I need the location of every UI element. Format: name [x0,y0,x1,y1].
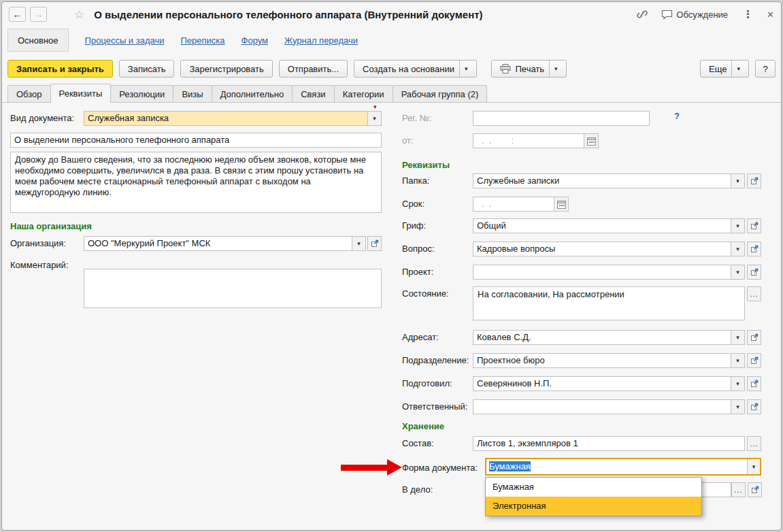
responsible-label: Ответственный: [402,399,467,414]
department-open-button[interactable] [747,353,761,368]
reg-number-field[interactable] [473,111,650,126]
doc-form-combobox[interactable]: Бумажная ▾ [485,458,761,476]
nav-item-correspondence[interactable]: Переписка [181,35,225,46]
composition-choose-button[interactable]: ... [747,436,761,451]
register-label: Зарегистрировать [189,64,263,74]
grif-label: Гриф: [402,218,426,233]
doc-kind-field[interactable]: Служебная записка [84,111,368,126]
register-button[interactable]: Зарегистрировать [180,60,272,78]
addressee-field[interactable]: Ковалев С.Д. [473,330,731,345]
tab-additional-label: Дополнительно [220,89,284,99]
folder-field[interactable]: Служебные записки [473,173,731,188]
tab-working-group-label: Рабочая группа (2) [401,89,479,99]
project-field[interactable] [473,265,731,280]
send-button[interactable]: Отправить... [279,60,348,78]
more-button[interactable]: Еще ▾ [700,60,749,78]
tab-working-group[interactable]: Рабочая группа (2) [393,85,488,102]
state-choose-button[interactable]: ... [747,286,761,301]
organization-field[interactable]: ООО "Меркурий Проект" МСК [84,236,352,251]
folder-dropdown-button[interactable]: ▾ [731,173,745,188]
kebab-menu-icon[interactable]: ⋮ [743,8,753,20]
grif-open-button[interactable] [747,218,761,233]
help-button[interactable]: ? [755,60,776,78]
dropdown-option-electronic[interactable]: Электронная [486,497,701,516]
folder-label: Папка: [402,173,429,188]
responsible-field[interactable] [473,399,731,414]
nav-item-main-label: Основное [18,35,59,46]
save-and-close-button[interactable]: Записать и закрыть [7,60,113,78]
addressee-dropdown-button[interactable]: ▾ [731,330,745,345]
discussion-button[interactable]: Обсуждение [661,10,728,20]
nav-item-main[interactable]: Основное [7,29,69,52]
question-open-button[interactable] [747,242,761,256]
prepared-by-dropdown-button[interactable]: ▾ [731,376,745,391]
organization-open-button[interactable] [367,236,382,251]
section-our-organization: Наша организация [10,221,92,231]
forward-button[interactable]: → [30,7,47,22]
project-dropdown-button[interactable]: ▾ [731,265,745,280]
create-on-basis-button[interactable]: Создать на основании ▾ [354,60,476,78]
chevron-down-icon: ▾ [465,65,468,72]
doc-kind-dropdown-button[interactable]: ▾ [367,111,382,126]
tab-categories[interactable]: Категории [334,85,393,102]
deadline-field[interactable]: . . [473,197,554,212]
responsible-dropdown-button[interactable]: ▾ [731,399,745,414]
project-open-button[interactable] [747,265,761,280]
document-window: ← → ☆ О выделении персонального телефонн… [1,1,782,531]
in-case-choose-button[interactable]: ... [731,482,746,497]
comment-label: Комментарий: [10,258,69,273]
addressee-open-button[interactable] [747,330,761,345]
chevron-down-icon: ▾ [736,178,739,184]
chevron-down-icon: ▾ [736,403,739,410]
department-dropdown-button[interactable]: ▾ [731,353,745,368]
tab-requisites[interactable]: Реквизиты [50,84,112,103]
print-button[interactable]: Печать ▾ [491,60,567,78]
tabs-overflow-chevron[interactable]: ▾ [373,103,377,110]
reg-date-label: от: [402,133,414,148]
composition-field[interactable]: Листов 1, экземпляров 1 [473,436,745,451]
tab-additional[interactable]: Дополнительно [212,85,293,102]
reg-number-help-link[interactable]: ? [674,111,680,121]
in-case-open-button[interactable] [748,482,762,497]
calendar-icon [557,200,566,209]
reg-date-calendar-button[interactable] [584,133,599,148]
comment-textarea[interactable] [84,269,382,308]
grif-field[interactable]: Общий [473,218,731,233]
nav-item-forum[interactable]: Форум [241,35,269,46]
chevron-down-icon: ▾ [736,222,739,229]
state-label: Состояние: [402,286,448,301]
red-arrow-shaft [341,465,387,471]
deadline-calendar-button[interactable] [554,197,569,212]
doc-title-input[interactable]: О выделении персонального телефонного ап… [10,133,382,148]
tab-overview[interactable]: Обзор [7,85,51,102]
tab-visas-label: Визы [182,89,203,99]
tab-visas[interactable]: Визы [173,85,212,102]
organization-dropdown-button[interactable]: ▾ [352,236,366,251]
close-icon[interactable]: ✕ [767,10,774,20]
doc-body-textarea[interactable]: Довожу до Вашего сведения, что за послед… [10,152,382,213]
question-dropdown-button[interactable]: ▾ [731,242,745,256]
doc-form-label: Форма документа: [402,461,478,476]
department-field[interactable]: Проектное бюро [473,353,731,368]
prepared-by-open-button[interactable] [747,376,761,391]
favorite-star-icon[interactable]: ☆ [74,7,84,22]
nav-item-transfer-log[interactable]: Журнал передачи [284,35,358,46]
reg-date-field[interactable]: . . : [473,133,584,148]
responsible-open-button[interactable] [747,399,761,414]
doc-form-dropdown-button[interactable]: ▾ [747,459,760,474]
folder-open-button[interactable] [747,173,761,188]
button-divider [459,61,460,77]
doc-kind-label: Вид документа: [10,111,74,126]
tab-links[interactable]: Связи [292,85,334,102]
back-button[interactable]: ← [9,7,26,22]
grif-dropdown-button[interactable]: ▾ [731,218,745,233]
tab-resolutions[interactable]: Резолюции [110,85,173,102]
prepared-by-field[interactable]: Северянинов Н.П. [473,376,731,391]
state-field[interactable]: На согласовании, На рассмотрении [473,286,745,320]
question-field[interactable]: Кадровые вопросы [473,242,731,256]
copy-link-button[interactable] [637,9,648,20]
dropdown-option-paper[interactable]: Бумажная [486,478,701,497]
save-label: Записать [128,64,166,74]
save-button[interactable]: Записать [119,60,175,78]
nav-item-processes[interactable]: Процессы и задачи [85,35,165,46]
